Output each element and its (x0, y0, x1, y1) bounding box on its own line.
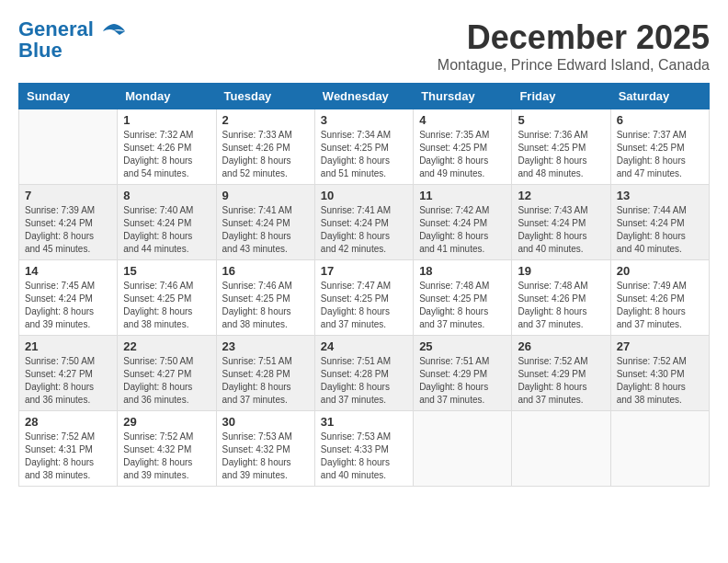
calendar-table: Sunday Monday Tuesday Wednesday Thursday… (18, 83, 710, 487)
table-row: 28Sunrise: 7:52 AM Sunset: 4:31 PM Dayli… (19, 411, 118, 487)
table-row: 18Sunrise: 7:48 AM Sunset: 4:25 PM Dayli… (414, 260, 512, 336)
table-row (512, 411, 610, 487)
table-row: 6Sunrise: 7:37 AM Sunset: 4:25 PM Daylig… (610, 109, 709, 185)
col-sunday: Sunday (19, 84, 118, 109)
page-header: General Blue December 2025 Montague, Pri… (18, 18, 710, 74)
day-number: 24 (321, 339, 407, 353)
calendar-header-row: Sunday Monday Tuesday Wednesday Thursday… (19, 84, 710, 109)
day-number: 14 (25, 264, 111, 278)
table-row: 11Sunrise: 7:42 AM Sunset: 4:24 PM Dayli… (414, 185, 512, 260)
day-number: 11 (419, 189, 506, 202)
table-row (19, 109, 118, 185)
day-info: Sunrise: 7:35 AM Sunset: 4:25 PM Dayligh… (419, 129, 506, 180)
day-info: Sunrise: 7:53 AM Sunset: 4:32 PM Dayligh… (222, 431, 309, 482)
day-number: 28 (25, 415, 111, 429)
col-thursday: Thursday (414, 84, 512, 109)
day-info: Sunrise: 7:51 AM Sunset: 4:28 PM Dayligh… (222, 355, 309, 407)
table-row: 2Sunrise: 7:33 AM Sunset: 4:26 PM Daylig… (216, 109, 314, 185)
table-row: 23Sunrise: 7:51 AM Sunset: 4:28 PM Dayli… (216, 336, 314, 411)
location-title: Montague, Prince Edward Island, Canada (438, 57, 710, 74)
col-saturday: Saturday (610, 84, 709, 109)
day-number: 20 (617, 264, 703, 278)
table-row: 24Sunrise: 7:51 AM Sunset: 4:28 PM Dayli… (314, 336, 413, 411)
table-row: 29Sunrise: 7:52 AM Sunset: 4:32 PM Dayli… (118, 411, 216, 487)
day-info: Sunrise: 7:50 AM Sunset: 4:27 PM Dayligh… (25, 355, 111, 407)
day-info: Sunrise: 7:53 AM Sunset: 4:33 PM Dayligh… (321, 431, 407, 482)
day-number: 10 (321, 189, 407, 202)
table-row: 3Sunrise: 7:34 AM Sunset: 4:25 PM Daylig… (314, 109, 413, 185)
day-info: Sunrise: 7:49 AM Sunset: 4:26 PM Dayligh… (617, 280, 703, 331)
day-info: Sunrise: 7:37 AM Sunset: 4:25 PM Dayligh… (617, 129, 703, 180)
day-number: 7 (25, 189, 111, 202)
calendar-week-row: 28Sunrise: 7:52 AM Sunset: 4:31 PM Dayli… (19, 411, 710, 487)
table-row: 9Sunrise: 7:41 AM Sunset: 4:24 PM Daylig… (216, 185, 314, 260)
day-number: 27 (617, 339, 703, 353)
day-info: Sunrise: 7:39 AM Sunset: 4:24 PM Dayligh… (25, 204, 111, 256)
table-row: 16Sunrise: 7:46 AM Sunset: 4:25 PM Dayli… (216, 260, 314, 336)
table-row (414, 411, 512, 487)
day-info: Sunrise: 7:34 AM Sunset: 4:25 PM Dayligh… (321, 129, 407, 180)
day-info: Sunrise: 7:32 AM Sunset: 4:26 PM Dayligh… (123, 129, 210, 180)
day-number: 5 (518, 113, 604, 127)
logo-text-general: General (18, 17, 94, 40)
col-wednesday: Wednesday (314, 84, 413, 109)
col-tuesday: Tuesday (216, 84, 314, 109)
day-info: Sunrise: 7:52 AM Sunset: 4:30 PM Dayligh… (617, 355, 703, 407)
day-number: 22 (123, 339, 210, 353)
day-number: 29 (123, 415, 210, 429)
table-row: 17Sunrise: 7:47 AM Sunset: 4:25 PM Dayli… (314, 260, 413, 336)
calendar-week-row: 14Sunrise: 7:45 AM Sunset: 4:24 PM Dayli… (19, 260, 710, 336)
day-number: 21 (25, 339, 111, 353)
day-info: Sunrise: 7:33 AM Sunset: 4:26 PM Dayligh… (222, 129, 309, 180)
calendar-week-row: 1Sunrise: 7:32 AM Sunset: 4:26 PM Daylig… (19, 109, 710, 185)
table-row: 30Sunrise: 7:53 AM Sunset: 4:32 PM Dayli… (216, 411, 314, 487)
day-info: Sunrise: 7:36 AM Sunset: 4:25 PM Dayligh… (518, 129, 604, 180)
calendar-week-row: 21Sunrise: 7:50 AM Sunset: 4:27 PM Dayli… (19, 336, 710, 411)
day-number: 1 (123, 113, 210, 127)
day-number: 17 (321, 264, 407, 278)
col-friday: Friday (512, 84, 610, 109)
table-row (610, 411, 709, 487)
logo-text-blue: Blue (18, 39, 63, 63)
day-number: 13 (617, 189, 703, 202)
table-row: 15Sunrise: 7:46 AM Sunset: 4:25 PM Dayli… (118, 260, 216, 336)
day-info: Sunrise: 7:51 AM Sunset: 4:28 PM Dayligh… (321, 355, 407, 407)
day-number: 19 (518, 264, 604, 278)
day-number: 2 (222, 113, 309, 127)
day-info: Sunrise: 7:48 AM Sunset: 4:25 PM Dayligh… (419, 280, 506, 331)
day-number: 23 (222, 339, 309, 353)
title-area: December 2025 Montague, Prince Edward Is… (438, 18, 710, 74)
table-row: 27Sunrise: 7:52 AM Sunset: 4:30 PM Dayli… (610, 336, 709, 411)
table-row: 8Sunrise: 7:40 AM Sunset: 4:24 PM Daylig… (118, 185, 216, 260)
table-row: 14Sunrise: 7:45 AM Sunset: 4:24 PM Dayli… (19, 260, 118, 336)
day-info: Sunrise: 7:40 AM Sunset: 4:24 PM Dayligh… (123, 204, 210, 256)
day-info: Sunrise: 7:50 AM Sunset: 4:27 PM Dayligh… (123, 355, 210, 407)
day-info: Sunrise: 7:51 AM Sunset: 4:29 PM Dayligh… (419, 355, 506, 407)
day-number: 15 (123, 264, 210, 278)
table-row: 31Sunrise: 7:53 AM Sunset: 4:33 PM Dayli… (314, 411, 413, 487)
day-number: 12 (518, 189, 604, 202)
table-row: 20Sunrise: 7:49 AM Sunset: 4:26 PM Dayli… (610, 260, 709, 336)
table-row: 22Sunrise: 7:50 AM Sunset: 4:27 PM Dayli… (118, 336, 216, 411)
day-number: 18 (419, 264, 506, 278)
day-number: 6 (617, 113, 703, 127)
calendar-week-row: 7Sunrise: 7:39 AM Sunset: 4:24 PM Daylig… (19, 185, 710, 260)
col-monday: Monday (118, 84, 216, 109)
table-row: 21Sunrise: 7:50 AM Sunset: 4:27 PM Dayli… (19, 336, 118, 411)
table-row: 1Sunrise: 7:32 AM Sunset: 4:26 PM Daylig… (118, 109, 216, 185)
day-number: 26 (518, 339, 604, 353)
day-info: Sunrise: 7:52 AM Sunset: 4:29 PM Dayligh… (518, 355, 604, 407)
day-info: Sunrise: 7:52 AM Sunset: 4:32 PM Dayligh… (123, 431, 210, 482)
day-info: Sunrise: 7:43 AM Sunset: 4:24 PM Dayligh… (518, 204, 604, 256)
day-info: Sunrise: 7:41 AM Sunset: 4:24 PM Dayligh… (222, 204, 309, 256)
day-info: Sunrise: 7:45 AM Sunset: 4:24 PM Dayligh… (25, 280, 111, 331)
logo: General Blue (18, 18, 127, 63)
day-number: 16 (222, 264, 309, 278)
day-number: 3 (321, 113, 407, 127)
day-number: 30 (222, 415, 309, 429)
table-row: 25Sunrise: 7:51 AM Sunset: 4:29 PM Dayli… (414, 336, 512, 411)
day-info: Sunrise: 7:52 AM Sunset: 4:31 PM Dayligh… (25, 431, 111, 482)
table-row: 19Sunrise: 7:48 AM Sunset: 4:26 PM Dayli… (512, 260, 610, 336)
table-row: 10Sunrise: 7:41 AM Sunset: 4:24 PM Dayli… (314, 185, 413, 260)
logo-bird-icon (101, 22, 127, 39)
